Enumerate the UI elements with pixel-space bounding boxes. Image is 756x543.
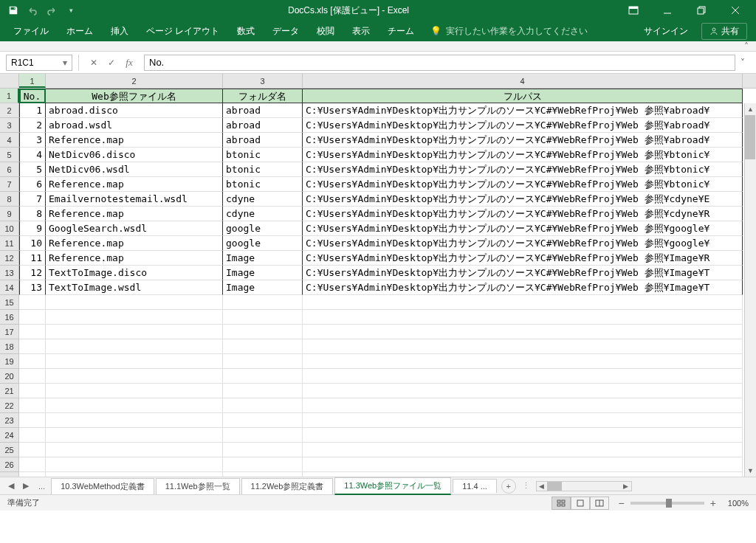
cell[interactable] [46,413,223,428]
cell[interactable] [19,369,46,384]
view-pagelayout-icon[interactable] [571,497,590,510]
cell[interactable] [46,310,223,325]
zoom-in-icon[interactable]: + [710,497,716,509]
cell[interactable] [46,339,223,354]
row-header[interactable]: 21 [0,384,19,398]
cell[interactable]: フルパス [303,89,743,103]
cell[interactable] [19,339,46,354]
vertical-scrollbar[interactable]: ▲ ▼ [744,103,756,477]
cell[interactable] [223,457,303,472]
cell[interactable] [19,443,46,457]
row-header[interactable]: 15 [0,295,19,310]
cell[interactable]: Reference.map [46,251,223,266]
cell[interactable] [19,472,46,477]
cell[interactable] [46,443,223,457]
cell[interactable]: abroad [223,118,303,133]
cell[interactable] [46,325,223,339]
row-header[interactable]: 6 [0,162,19,177]
cell[interactable] [223,398,303,413]
cell[interactable] [303,310,743,325]
row-header[interactable]: 7 [0,177,19,192]
cell[interactable] [223,384,303,398]
cell[interactable] [303,413,743,428]
col-header-2[interactable]: 2 [46,74,223,88]
cell[interactable]: C:¥Users¥Admin¥Desktop¥出力サンプルのソース¥C#¥Web… [303,162,743,177]
cell[interactable]: C:¥Users¥Admin¥Desktop¥出力サンプルのソース¥C#¥Web… [303,236,743,251]
cell[interactable] [46,428,223,443]
cell[interactable]: C:¥Users¥Admin¥Desktop¥出力サンプルのソース¥C#¥Web… [303,103,743,118]
cell[interactable] [19,325,46,339]
cell[interactable] [46,398,223,413]
enter-formula-icon[interactable]: ✓ [103,58,120,68]
cell[interactable] [19,384,46,398]
cell[interactable] [19,457,46,472]
ribbon-tab-file[interactable]: ファイル [4,21,58,41]
cell[interactable]: Image [223,266,303,280]
cell[interactable] [303,398,743,413]
cell[interactable] [19,398,46,413]
sheet-nav-prev-icon[interactable]: ◀ [4,481,18,491]
cell[interactable]: 4 [19,148,46,162]
cell[interactable]: C:¥Users¥Admin¥Desktop¥出力サンプルのソース¥C#¥Web… [303,133,743,148]
cell[interactable]: 11 [19,251,46,266]
cell[interactable]: btonic [223,148,303,162]
row-header[interactable]: 22 [0,398,19,413]
cell[interactable]: NetDicv06.disco [46,148,223,162]
row-header[interactable]: 3 [0,118,19,133]
row-header[interactable]: 2 [0,103,19,118]
cell[interactable]: 12 [19,266,46,280]
zoom-level[interactable]: 100% [728,499,749,508]
cell[interactable]: 8 [19,207,46,221]
row-header[interactable]: 11 [0,236,19,251]
cell[interactable] [223,295,303,310]
cell[interactable] [303,325,743,339]
cell[interactable]: C:¥Users¥Admin¥Desktop¥出力サンプルのソース¥C#¥Web… [303,221,743,236]
cell[interactable]: GoogleSearch.wsdl [46,221,223,236]
tell-me-search[interactable]: 💡 実行したい作業を入力してください [423,25,595,38]
share-button[interactable]: 共有 [701,23,747,40]
scroll-up-icon[interactable]: ▲ [745,103,756,115]
ribbon-tab-insert[interactable]: 挿入 [102,21,137,41]
cell[interactable]: C:¥Users¥Admin¥Desktop¥出力サンプルのソース¥C#¥Web… [303,118,743,133]
row-header[interactable]: 8 [0,192,19,207]
row-header[interactable]: 1 [0,89,19,103]
zoom-slider[interactable] [630,502,704,505]
cell[interactable] [223,428,303,443]
cell[interactable] [223,443,303,457]
cell[interactable]: C:¥Users¥Admin¥Desktop¥出力サンプルのソース¥C#¥Web… [303,280,743,295]
ribbon-tab-home[interactable]: ホーム [58,21,102,41]
sheet-tabs-overflow-left[interactable]: ... [34,482,49,491]
row-header[interactable]: 24 [0,428,19,443]
signin-link[interactable]: サインイン [635,25,697,38]
cell[interactable] [303,295,743,310]
cell[interactable]: google [223,236,303,251]
cell[interactable]: C:¥Users¥Admin¥Desktop¥出力サンプルのソース¥C#¥Web… [303,207,743,221]
minimize-icon[interactable] [651,0,684,21]
cell[interactable] [223,325,303,339]
cell[interactable]: 13 [19,280,46,295]
sheet-tab-1[interactable]: 11.1Web参照一覧 [156,478,240,494]
name-box[interactable]: R1C1 ▾ [6,55,72,71]
scroll-down-icon[interactable]: ▼ [745,465,756,477]
view-normal-icon[interactable] [551,497,571,510]
cell[interactable] [223,472,303,477]
scroll-right-icon[interactable]: ▶ [621,483,631,490]
cell[interactable] [19,354,46,369]
row-header[interactable]: 19 [0,354,19,369]
cell[interactable] [46,295,223,310]
cell[interactable] [19,295,46,310]
restore-icon[interactable] [685,0,718,21]
cell[interactable]: cdyne [223,207,303,221]
sheet-tab-2[interactable]: 11.2Web参照定義書 [241,478,334,494]
cell[interactable]: abroad.disco [46,103,223,118]
zoom-slider-knob[interactable] [666,499,672,508]
cell[interactable] [223,369,303,384]
cell[interactable]: google [223,221,303,236]
cell[interactable]: 7 [19,192,46,207]
cell[interactable] [303,428,743,443]
redo-icon[interactable] [43,2,61,18]
cell[interactable]: C:¥Users¥Admin¥Desktop¥出力サンプルのソース¥C#¥Web… [303,251,743,266]
cell[interactable]: C:¥Users¥Admin¥Desktop¥出力サンプルのソース¥C#¥Web… [303,148,743,162]
cell[interactable]: C:¥Users¥Admin¥Desktop¥出力サンプルのソース¥C#¥Web… [303,266,743,280]
cell[interactable] [303,384,743,398]
